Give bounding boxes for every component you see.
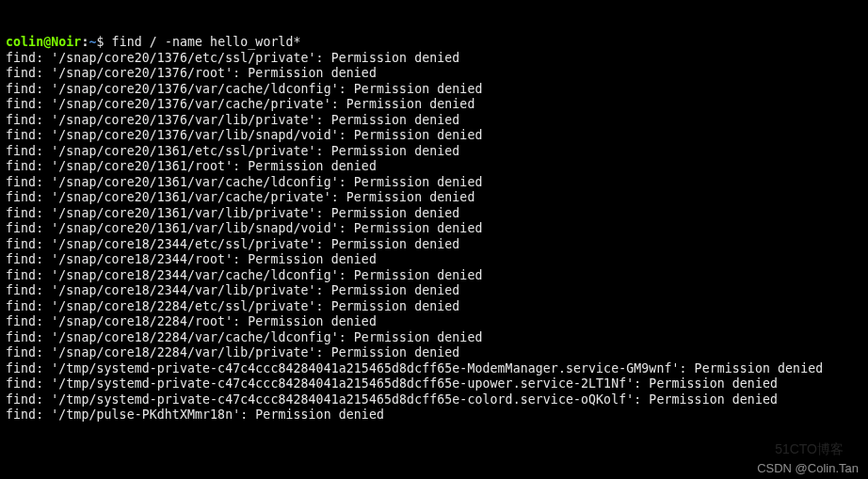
output-line: find: '/snap/core20/1361/var/cache/ldcon… xyxy=(6,175,862,191)
output-line: find: '/snap/core20/1376/var/cache/ldcon… xyxy=(6,82,862,98)
command-line: colin@Noir:~$ find / -name hello_world* xyxy=(6,35,862,51)
output-line: find: '/snap/core18/2284/etc/ssl/private… xyxy=(6,299,862,315)
output-line: find: '/snap/core20/1361/etc/ssl/private… xyxy=(6,144,862,160)
output-line: find: '/tmp/systemd-private-c47c4ccc8428… xyxy=(6,392,862,408)
typed-command: find / -name hello_world* xyxy=(112,35,301,49)
output-line: find: '/snap/core18/2344/etc/ssl/private… xyxy=(6,237,862,253)
prompt-symbol: $ xyxy=(97,35,104,49)
output-line: find: '/tmp/systemd-private-c47c4ccc8428… xyxy=(6,361,862,377)
output-line: find: '/snap/core20/1376/var/cache/priva… xyxy=(6,97,862,113)
command-output: find: '/snap/core20/1376/etc/ssl/private… xyxy=(6,51,862,423)
terminal[interactable]: colin@Noir:~$ find / -name hello_world*f… xyxy=(0,0,868,479)
output-line: find: '/snap/core20/1376/var/lib/private… xyxy=(6,113,862,129)
prompt-user-host: colin@Noir xyxy=(6,35,81,49)
output-line: find: '/snap/core20/1361/root': Permissi… xyxy=(6,159,862,175)
prompt-path: ~ xyxy=(88,35,96,49)
output-line: find: '/snap/core20/1376/var/lib/snapd/v… xyxy=(6,128,862,144)
output-line: find: '/snap/core20/1361/var/lib/private… xyxy=(6,206,862,222)
output-line: find: '/tmp/systemd-private-c47c4ccc8428… xyxy=(6,376,862,392)
output-line: find: '/snap/core20/1361/var/lib/snapd/v… xyxy=(6,221,862,237)
output-line: find: '/snap/core18/2344/var/cache/ldcon… xyxy=(6,268,862,284)
output-line: find: '/snap/core20/1361/var/cache/priva… xyxy=(6,190,862,206)
output-line: find: '/snap/core20/1376/etc/ssl/private… xyxy=(6,51,862,67)
output-line: find: '/snap/core18/2344/var/lib/private… xyxy=(6,283,862,299)
output-line: find: '/snap/core18/2284/var/cache/ldcon… xyxy=(6,330,862,346)
output-line: find: '/snap/core20/1376/root': Permissi… xyxy=(6,66,862,82)
output-line: find: '/snap/core18/2344/root': Permissi… xyxy=(6,252,862,268)
output-line: find: '/snap/core18/2284/var/lib/private… xyxy=(6,345,862,361)
output-line: find: '/tmp/pulse-PKdhtXMmr18n': Permiss… xyxy=(6,407,862,423)
output-line: find: '/snap/core18/2284/root': Permissi… xyxy=(6,314,862,330)
